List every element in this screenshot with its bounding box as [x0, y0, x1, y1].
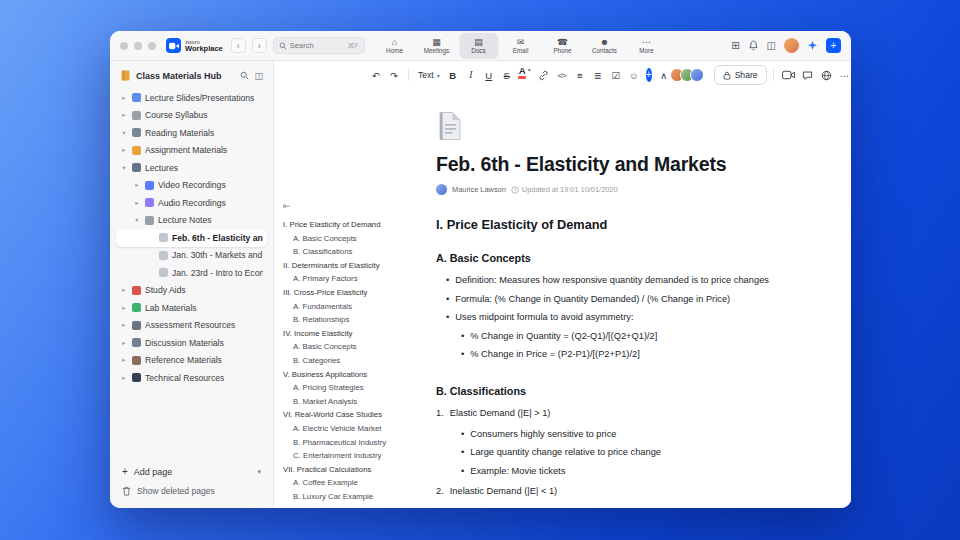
outline-item[interactable]: B. Luxury Car Example — [283, 492, 425, 501]
outline-item[interactable]: A. Primary Factors — [283, 274, 425, 283]
chevron-icon[interactable]: ▸ — [120, 321, 128, 329]
share-button[interactable]: Share — [714, 65, 767, 85]
page-tree-item[interactable]: ▸ Study Aids — [116, 282, 267, 300]
page-tree-item[interactable]: ▸ Reference Materials — [116, 352, 267, 370]
nav-tab[interactable]: ▦ Meetings — [417, 33, 456, 59]
code-button[interactable]: </> — [554, 66, 570, 84]
outline-item[interactable]: B. Pharmaceutical Industry — [283, 438, 425, 447]
outline-item[interactable]: B. Market Analysis — [283, 397, 425, 406]
document-content[interactable]: Feb. 6th - Elasticity and Markets Mauric… — [436, 89, 781, 499]
outline-item[interactable]: A. Coffee Example — [283, 478, 425, 487]
user-avatar[interactable] — [784, 38, 799, 53]
doc-block[interactable]: • % Change in Quantity = (Q2-Q1)/[(Q2+Q1… — [436, 330, 781, 343]
page-tree-item[interactable]: ▸ Discussion Materials — [116, 334, 267, 352]
minimize-window-icon[interactable] — [134, 42, 142, 50]
link-button[interactable] — [535, 66, 552, 84]
document-title[interactable]: Feb. 6th - Elasticity and Markets — [436, 153, 781, 176]
new-item-button[interactable]: + — [826, 38, 841, 53]
page-tree-item[interactable]: Jan. 30th - Markets and P... — [116, 247, 267, 265]
globe-icon[interactable] — [818, 66, 835, 84]
page-tree-item[interactable]: ▸ Audio Recordings — [116, 194, 267, 212]
ai-companion-icon[interactable] — [807, 40, 818, 51]
doc-block[interactable]: • Example: Movie tickets — [436, 465, 781, 478]
collapse-outline-icon[interactable]: ⇤ — [283, 201, 425, 211]
chevron-icon[interactable]: ▸ — [133, 181, 141, 189]
chevron-icon[interactable]: ▾ — [120, 129, 128, 137]
page-tree-item[interactable]: ▸ Course Syllabus — [116, 107, 267, 125]
nav-tab[interactable]: ▤ Docs — [459, 33, 498, 59]
page-tree-item[interactable]: ▸ Assessment Resources — [116, 317, 267, 335]
doc-block[interactable]: A. Basic Concepts — [436, 251, 781, 267]
close-window-icon[interactable] — [120, 42, 128, 50]
outline-item[interactable]: B. Classifications — [283, 247, 425, 256]
task-list-button[interactable]: ☑ — [608, 66, 624, 84]
add-page-caret-icon[interactable]: ▾ — [257, 468, 261, 476]
align-button[interactable]: ≡ — [572, 66, 588, 84]
outline-item[interactable]: III. Cross-Price Elasticity — [283, 288, 425, 297]
doc-block[interactable]: • Uses midpoint formula to avoid asymmet… — [436, 311, 781, 324]
nav-tab[interactable]: ☻ Contacts — [585, 33, 624, 59]
apps-grid-icon[interactable]: ⊞ — [731, 41, 739, 51]
doc-block[interactable]: • % Change in Price = (P2-P1)/[(P2+P1)/2… — [436, 348, 781, 361]
nav-tab[interactable]: ⌂ Home — [375, 33, 414, 59]
chevron-icon[interactable]: ▾ — [120, 164, 128, 172]
nav-back-button[interactable]: ‹ — [231, 38, 246, 53]
chevron-icon[interactable]: ▸ — [120, 111, 128, 119]
page-tree-item[interactable]: ▸ Lab Materials — [116, 299, 267, 317]
redo-button[interactable]: ↷ — [386, 66, 402, 84]
outline-item[interactable]: B. Categories — [283, 356, 425, 365]
chevron-icon[interactable]: ▾ — [133, 216, 141, 224]
video-call-icon[interactable] — [780, 66, 797, 84]
outline-item[interactable]: B. Relationships — [283, 315, 425, 324]
search-input[interactable] — [290, 41, 334, 50]
comments-icon[interactable] — [799, 66, 816, 84]
italic-button[interactable]: I — [463, 66, 479, 84]
page-tree-item[interactable]: ▾ Lectures — [116, 159, 267, 177]
more-options-button[interactable]: ⋯ — [837, 66, 851, 84]
outline-item[interactable]: II. Determinants of Elasticity — [283, 261, 425, 270]
page-tree-item[interactable]: ▸ Assignment Materials — [116, 142, 267, 160]
doc-block[interactable]: B. Classifications — [436, 384, 781, 400]
doc-block[interactable]: • Formula: (% Change in Quantity Demande… — [436, 293, 781, 306]
sidebar-search-icon[interactable] — [240, 71, 249, 80]
outline-item[interactable]: V. Business Applications — [283, 370, 425, 379]
collapse-sidebar-icon[interactable]: ◫ — [254, 71, 263, 81]
nav-tab[interactable]: ✉ Email — [501, 33, 540, 59]
page-tree-item[interactable]: ▸ Technical Resources — [116, 369, 267, 387]
chevron-icon[interactable]: ▸ — [120, 146, 128, 154]
doc-block[interactable]: • Consumers highly sensitive to price — [436, 428, 781, 441]
bold-button[interactable]: B — [445, 66, 461, 84]
show-deleted-pages-button[interactable]: Show deleted pages — [122, 486, 261, 496]
chevron-icon[interactable]: ▸ — [120, 286, 128, 294]
chevron-icon[interactable]: ▸ — [120, 374, 128, 382]
doc-block[interactable]: • Large quantity change relative to pric… — [436, 446, 781, 459]
outline-item[interactable]: IV. Income Elasticity — [283, 329, 425, 338]
nav-forward-button[interactable]: › — [252, 38, 267, 53]
chevron-icon[interactable]: ▸ — [133, 199, 141, 207]
doc-block[interactable]: I. Price Elasticity of Demand — [436, 216, 781, 235]
chevron-icon[interactable]: ▸ — [120, 339, 128, 347]
global-search[interactable]: ⌘F — [273, 37, 365, 54]
nav-tab[interactable]: ⋯ More — [627, 33, 666, 59]
chevron-icon[interactable]: ▸ — [120, 94, 128, 102]
add-page-button[interactable]: + Add page ▾ — [122, 466, 261, 477]
doc-block[interactable]: • Definition: Measures how responsive qu… — [436, 274, 781, 287]
outline-item[interactable]: A. Fundamentals — [283, 302, 425, 311]
insert-block-button[interactable]: + — [646, 68, 652, 82]
outline-item[interactable]: I. Price Elasticity of Demand — [283, 220, 425, 229]
page-tree-item[interactable]: ▸ Video Recordings — [116, 177, 267, 195]
page-tree-item[interactable]: ▸ Lecture Slides/Presentations — [116, 89, 267, 107]
page-tree-item[interactable]: Feb. 6th - Elasticity and M... — [116, 229, 267, 247]
font-color-button[interactable]: A ▾ — [517, 66, 533, 84]
doc-block[interactable]: 2. Inelastic Demand (|E| < 1) — [436, 485, 781, 498]
emoji-button[interactable]: ☺ — [626, 66, 642, 84]
bullet-list-button[interactable]: ≣ — [590, 66, 606, 84]
text-style-dropdown[interactable]: Text ▾ — [415, 70, 443, 80]
collaborator-avatar[interactable] — [690, 68, 704, 82]
chevron-icon[interactable]: ▸ — [120, 356, 128, 364]
nav-tab[interactable]: ☎ Phone — [543, 33, 582, 59]
doc-block[interactable]: 1. Elastic Demand (|E| > 1) — [436, 407, 781, 420]
underline-button[interactable]: U — [481, 66, 497, 84]
maximize-window-icon[interactable] — [148, 42, 156, 50]
page-tree-item[interactable]: ▾ Lecture Notes — [116, 212, 267, 230]
